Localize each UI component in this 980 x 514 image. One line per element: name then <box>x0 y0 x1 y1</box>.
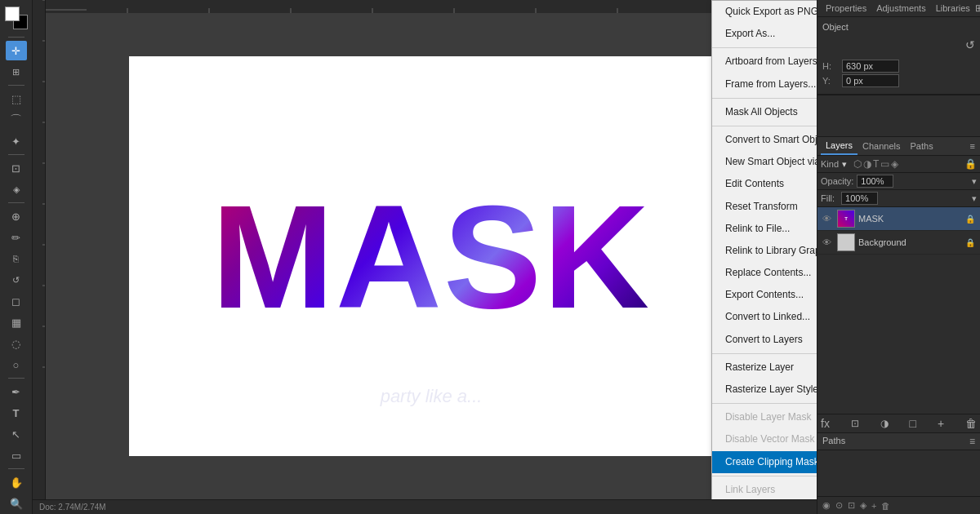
menu-edit-contents[interactable]: Edit Contents <box>712 173 817 195</box>
layer-fx-button[interactable]: fx <box>821 417 830 430</box>
layer-eye-bg[interactable]: 👁 <box>822 237 834 247</box>
reset-icon[interactable]: ↺ <box>965 38 975 51</box>
menu-relink-library[interactable]: Relink to Library Graphic... <box>712 240 817 262</box>
layer-thumb-mask: T <box>837 210 855 228</box>
pen-tool[interactable]: ✒ <box>6 382 27 401</box>
canvas-content: MASK party like a... Quick Export as PNG… <box>46 0 817 499</box>
mask-text-display: MASK <box>211 175 652 338</box>
filter-pixel-icon[interactable]: ⬡ <box>853 158 862 170</box>
menu-create-clipping-mask[interactable]: Create Clipping Mask <box>712 451 817 473</box>
libraries-tab[interactable]: Libraries <box>931 0 975 16</box>
menu-relink-file[interactable]: Relink to File... <box>712 218 817 240</box>
watermark-text: party like a... <box>381 386 483 407</box>
healing-tool[interactable]: ⊕ <box>6 206 27 226</box>
separator-1 <box>712 47 817 48</box>
kind-dropdown-icon[interactable]: ▾ <box>842 159 847 170</box>
eyedropper-tool[interactable]: ◈ <box>6 179 27 199</box>
panel-icon-1[interactable]: ⊞ <box>975 2 980 14</box>
channels-tab[interactable]: Channels <box>858 138 905 154</box>
properties-tab[interactable]: Properties <box>821 0 871 16</box>
path-mask-icon[interactable]: ⊡ <box>848 500 855 511</box>
menu-replace-contents[interactable]: Replace Contents... <box>712 262 817 284</box>
blur-tool[interactable]: ◌ <box>6 334 27 353</box>
right-side-panel: Properties Adjustments Libraries ⊞ ≡ × O… <box>817 0 980 514</box>
menu-convert-smart[interactable]: Convert to Smart Object <box>712 129 817 151</box>
menu-link-layers: Link Layers <box>712 479 817 499</box>
separator-3 <box>712 126 817 126</box>
fill-input[interactable] <box>841 192 878 205</box>
layer-new-button[interactable]: + <box>938 417 944 430</box>
filter-type-icon[interactable]: T <box>873 158 879 170</box>
brush-tool[interactable]: ✏ <box>6 228 27 247</box>
marquee-tool[interactable]: ⬚ <box>6 89 27 109</box>
menu-convert-layers[interactable]: Convert to Layers <box>712 329 817 351</box>
paths-header: Paths ≡ <box>817 433 980 450</box>
adjustments-tab[interactable]: Adjustments <box>871 0 931 16</box>
menu-artboard-layers[interactable]: Artboard from Layers... <box>712 51 817 73</box>
artboard-tool[interactable]: ⊞ <box>6 62 27 82</box>
type-tool[interactable]: T <box>6 403 27 423</box>
filter-adj-icon[interactable]: ◑ <box>863 158 871 170</box>
layer-eye-mask[interactable]: 👁 <box>822 214 834 224</box>
paths-tab[interactable]: Paths <box>906 138 938 154</box>
height-row: H: <box>822 60 975 73</box>
layer-mask-button[interactable]: ⊡ <box>851 418 859 429</box>
shape-tool[interactable]: ▭ <box>6 445 27 465</box>
zoom-tool[interactable]: 🔍 <box>6 494 27 513</box>
status-bar: Doc: 2.74M/2.74M <box>33 499 817 514</box>
menu-new-smart-copy[interactable]: New Smart Object via Copy <box>712 151 817 173</box>
layers-tab[interactable]: Layers <box>821 137 858 155</box>
layer-delete-button[interactable]: 🗑 <box>965 417 977 430</box>
crop-tool[interactable]: ⊡ <box>6 158 27 178</box>
layer-adjust-button[interactable]: ◑ <box>880 418 889 429</box>
filter-smart-icon[interactable]: ◈ <box>891 158 898 170</box>
path-new-icon[interactable]: + <box>871 501 876 511</box>
svg-rect-11 <box>46 0 817 13</box>
h-input[interactable] <box>842 60 899 73</box>
layer-item-mask[interactable]: 👁 T MASK 🔒 <box>817 207 980 231</box>
menu-mask-all[interactable]: Mask All Objects <box>712 101 817 123</box>
menu-export-as[interactable]: Export As... <box>712 23 817 45</box>
path-fill-icon[interactable]: ◉ <box>822 500 831 511</box>
hand-tool[interactable]: ✋ <box>6 472 27 492</box>
fill-dropdown[interactable]: ▾ <box>972 193 977 204</box>
layer-thumb-bg <box>837 233 855 251</box>
opacity-dropdown[interactable]: ▾ <box>972 176 977 187</box>
path-stroke-icon[interactable]: ⊙ <box>835 500 843 511</box>
menu-frame-layers[interactable]: Frame from Layers... <box>712 73 817 95</box>
paths-panel-icon[interactable]: ≡ <box>969 436 975 447</box>
layers-panel-icon1[interactable]: ≡ <box>970 141 975 151</box>
lasso-tool[interactable]: ⌒ <box>6 110 27 130</box>
filter-shape-icon[interactable]: ▭ <box>880 158 889 170</box>
quickselect-tool[interactable]: ✦ <box>6 131 27 151</box>
separator-5 <box>712 403 817 404</box>
layer-name-bg: Background <box>858 237 962 247</box>
app-layout: ✛ ⊞ ⬚ ⌒ ✦ ⊡ ◈ ⊕ ✏ ⎘ ↺ ◻ ▦ ◌ ○ ✒ T ↖ ▭ ✋ … <box>0 0 980 514</box>
separator-6 <box>712 476 817 476</box>
menu-convert-linked[interactable]: Convert to Linked... <box>712 306 817 328</box>
dodge-tool[interactable]: ○ <box>6 355 27 374</box>
y-input[interactable] <box>842 74 899 87</box>
opacity-label: Opacity: <box>821 176 853 186</box>
eraser-tool[interactable]: ◻ <box>6 291 27 311</box>
menu-quick-export[interactable]: Quick Export as PNG <box>712 1 817 23</box>
menu-export-contents[interactable]: Export Contents... <box>712 284 817 306</box>
history-tool[interactable]: ↺ <box>6 270 27 290</box>
move-tool[interactable]: ✛ <box>6 41 27 60</box>
mask-text: MASK <box>212 172 651 341</box>
layer-lock-icon: 🔒 <box>965 215 975 224</box>
menu-rasterize[interactable]: Rasterize Layer <box>712 357 817 379</box>
gradient-tool[interactable]: ▦ <box>6 312 27 332</box>
photoshop-canvas: MASK party like a... <box>129 56 733 456</box>
opacity-input[interactable] <box>857 175 893 188</box>
layer-group-button[interactable]: □ <box>910 417 916 430</box>
lock-icon[interactable]: 🔒 <box>964 158 977 170</box>
menu-reset-transform[interactable]: Reset Transform <box>712 196 817 218</box>
layer-item-bg[interactable]: 👁 Background 🔒 <box>817 231 980 255</box>
pathselect-tool[interactable]: ↖ <box>6 424 27 444</box>
path-delete-icon[interactable]: 🗑 <box>881 501 890 511</box>
menu-rasterize-style[interactable]: Rasterize Layer Style <box>712 379 817 401</box>
kind-label: Kind <box>821 159 839 169</box>
stamp-tool[interactable]: ⎘ <box>6 249 27 268</box>
path-shape-icon[interactable]: ◈ <box>860 500 866 511</box>
